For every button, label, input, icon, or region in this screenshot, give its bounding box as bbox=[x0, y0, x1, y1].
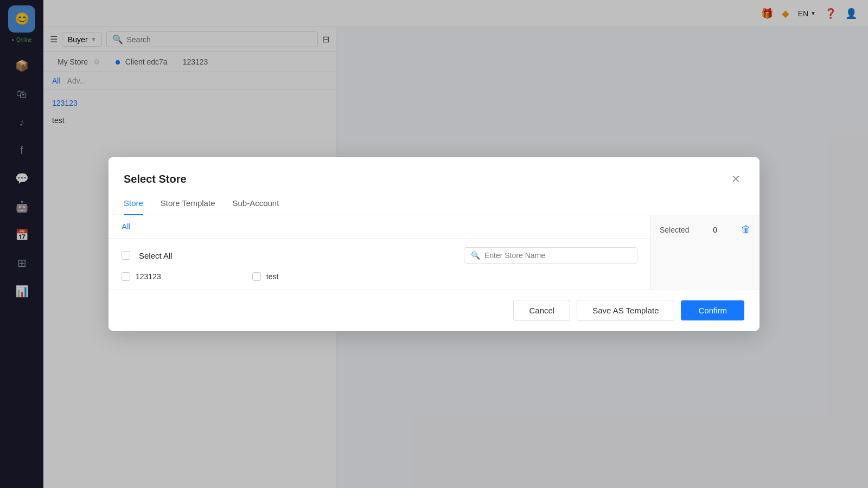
selected-label: Selected bbox=[660, 226, 689, 234]
modal-footer: Cancel Save AS Template Confirm bbox=[108, 290, 760, 331]
store-grid: 123123 test bbox=[122, 272, 637, 281]
filter-bar: All bbox=[108, 215, 650, 239]
selected-header: Selected 0 🗑 bbox=[660, 224, 751, 235]
modal-tabs: Store Store Template Sub-Account bbox=[108, 192, 760, 215]
store-name-123123: 123123 bbox=[136, 272, 161, 281]
store-checkbox-123123[interactable] bbox=[122, 272, 130, 281]
cancel-button[interactable]: Cancel bbox=[513, 300, 570, 321]
selected-panel: Selected 0 🗑 bbox=[651, 215, 760, 290]
select-all-label: Select All bbox=[139, 251, 173, 260]
save-template-button[interactable]: Save AS Template bbox=[577, 300, 674, 321]
store-grid-item: 123123 bbox=[122, 272, 246, 281]
modal-title: Select Store bbox=[124, 173, 187, 185]
store-name-test: test bbox=[266, 272, 279, 281]
tab-store-template[interactable]: Store Template bbox=[161, 192, 215, 215]
select-store-modal: Select Store ✕ Store Store Template Sub-… bbox=[108, 157, 760, 331]
modal-body: All Select All 🔍 bbox=[108, 215, 760, 290]
store-table-area: Select All 🔍 123123 bbox=[108, 239, 650, 290]
store-name-input[interactable] bbox=[484, 251, 630, 260]
store-grid-item: test bbox=[252, 272, 376, 281]
modal-overlay: Select Store ✕ Store Store Template Sub-… bbox=[0, 0, 868, 488]
store-pane: All Select All 🔍 bbox=[108, 215, 651, 290]
trash-icon[interactable]: 🗑 bbox=[741, 224, 751, 235]
select-all-checkbox[interactable] bbox=[122, 251, 130, 260]
selected-count: 0 bbox=[713, 226, 717, 234]
modal-header: Select Store ✕ bbox=[108, 157, 760, 188]
tab-store[interactable]: Store bbox=[124, 192, 143, 215]
modal-close-button[interactable]: ✕ bbox=[727, 170, 744, 188]
select-all-row: Select All 🔍 bbox=[122, 247, 637, 264]
store-search-icon: 🔍 bbox=[471, 251, 480, 260]
store-checkbox-test[interactable] bbox=[252, 272, 261, 281]
store-search-bar: 🔍 bbox=[464, 247, 637, 264]
confirm-button[interactable]: Confirm bbox=[681, 300, 744, 320]
all-filter-label[interactable]: All bbox=[122, 222, 131, 231]
tab-sub-account[interactable]: Sub-Account bbox=[232, 192, 279, 215]
